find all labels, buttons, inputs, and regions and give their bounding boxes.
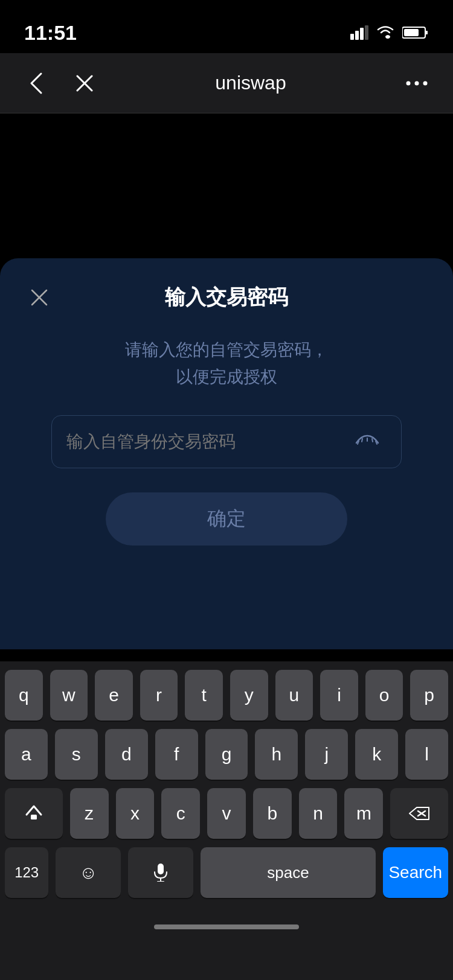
keyboard-row-1: q w e r t y u i o p	[5, 670, 448, 721]
keyboard-row-3: z x c v b n m	[5, 788, 448, 839]
browser-more-button[interactable]	[399, 65, 435, 101]
browser-nav: uniswap	[0, 53, 453, 113]
key-q[interactable]: q	[5, 670, 43, 721]
key-space[interactable]: space	[201, 847, 375, 898]
battery-icon	[402, 25, 429, 40]
wifi-icon	[376, 25, 395, 40]
key-mic[interactable]	[128, 847, 193, 898]
svg-rect-0	[350, 34, 354, 40]
browser-title: uniswap	[115, 72, 387, 94]
password-input[interactable]	[66, 432, 348, 451]
dark-fill	[0, 113, 453, 258]
modal-subtitle: 请输入您的自管交易密码，以便完成授权	[89, 337, 364, 391]
key-d[interactable]: d	[105, 729, 148, 780]
keyboard[interactable]: q w e r t y u i o p a s d f g h j k l	[0, 661, 453, 980]
status-time: 11:51	[24, 21, 77, 45]
key-search[interactable]: Search	[383, 847, 448, 898]
key-emoji[interactable]: ☺	[56, 847, 121, 898]
modal-close-button[interactable]	[24, 282, 54, 313]
modal-header: 输入交易密码	[0, 258, 453, 325]
svg-rect-22	[158, 864, 164, 874]
keyboard-row-4: 123 ☺ space Search	[5, 847, 448, 898]
key-g[interactable]: g	[205, 729, 248, 780]
key-y[interactable]: y	[230, 670, 268, 721]
key-h[interactable]: h	[255, 729, 298, 780]
key-w[interactable]: w	[50, 670, 88, 721]
key-s[interactable]: s	[55, 729, 98, 780]
svg-point-10	[415, 81, 419, 85]
key-a[interactable]: a	[5, 729, 48, 780]
keyboard-row-2: a s d f g h j k l	[5, 729, 448, 780]
key-j[interactable]: j	[305, 729, 348, 780]
key-e[interactable]: e	[95, 670, 133, 721]
key-shift[interactable]	[5, 788, 63, 839]
key-f[interactable]: f	[155, 729, 198, 780]
status-bar: 11:51	[0, 0, 453, 53]
svg-rect-1	[355, 31, 359, 40]
svg-point-9	[406, 81, 411, 85]
home-indicator	[154, 924, 299, 929]
key-x[interactable]: x	[116, 788, 155, 839]
keyboard-rows: q w e r t y u i o p a s d f g h j k l	[0, 661, 453, 898]
nav-close-button[interactable]	[66, 65, 103, 101]
nav-back-button[interactable]	[18, 65, 54, 101]
key-k[interactable]: k	[355, 729, 398, 780]
key-b[interactable]: b	[253, 788, 292, 839]
confirm-button[interactable]: 确定	[106, 492, 347, 546]
password-input-container	[51, 415, 402, 468]
key-z[interactable]: z	[70, 788, 109, 839]
svg-rect-5	[425, 31, 428, 34]
key-i[interactable]: i	[320, 670, 358, 721]
svg-rect-19	[31, 815, 37, 819]
key-v[interactable]: v	[207, 788, 246, 839]
key-c[interactable]: c	[161, 788, 200, 839]
key-r[interactable]: r	[140, 670, 178, 721]
modal-title: 输入交易密码	[54, 284, 399, 311]
key-o[interactable]: o	[365, 670, 403, 721]
key-backspace[interactable]	[390, 788, 448, 839]
password-modal: 输入交易密码 请输入您的自管交易密码，以便完成授权 确定	[0, 258, 453, 649]
svg-rect-2	[360, 28, 364, 40]
svg-rect-6	[404, 29, 419, 36]
key-m[interactable]: m	[344, 788, 383, 839]
key-numbers[interactable]: 123	[5, 847, 48, 898]
keyboard-bottom-bar	[0, 906, 453, 947]
signal-icon	[350, 25, 368, 40]
key-l[interactable]: l	[405, 729, 448, 780]
status-icons	[350, 25, 429, 40]
key-u[interactable]: u	[275, 670, 313, 721]
svg-point-11	[423, 81, 428, 85]
key-n[interactable]: n	[299, 788, 338, 839]
key-p[interactable]: p	[410, 670, 448, 721]
password-toggle-button[interactable]	[348, 425, 387, 458]
key-t[interactable]: t	[185, 670, 223, 721]
svg-rect-3	[365, 25, 368, 40]
